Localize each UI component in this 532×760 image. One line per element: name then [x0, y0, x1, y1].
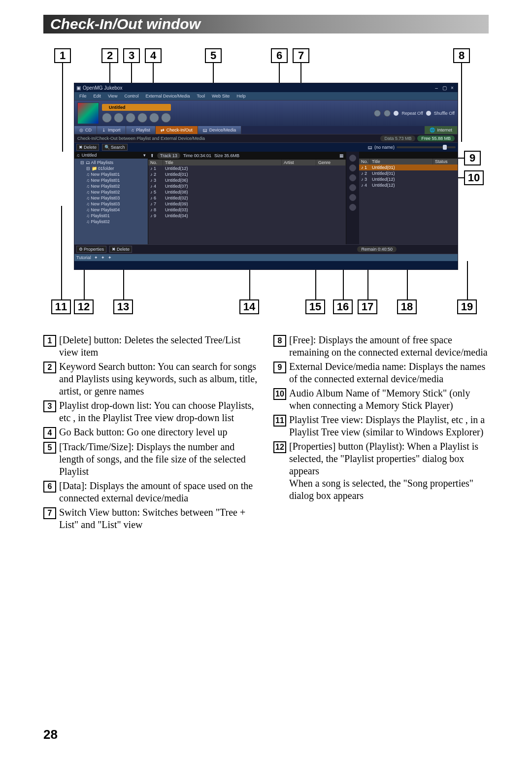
start-transfer-button[interactable] [349, 204, 356, 211]
checkout-all-button[interactable] [349, 174, 356, 181]
delete-icon: ✖ [112, 247, 116, 252]
play-button[interactable] [126, 113, 135, 123]
delete-button[interactable]: ✖Delete [76, 144, 99, 151]
vol-up-button[interactable] [384, 110, 391, 117]
dcol-title[interactable]: Title [370, 159, 433, 165]
stop-button[interactable] [114, 113, 124, 123]
explanation-item: 4Go Back button: Go one directory level … [43, 426, 259, 439]
device-row[interactable]: ♪ 2Untitled(01) [359, 170, 458, 176]
mode-devicemedia[interactable]: 🖴Device/Media [198, 126, 242, 134]
explanations: 1[Delete] button: Deletes the selected T… [43, 334, 489, 533]
callout-5: 5 [205, 48, 222, 63]
list-row[interactable]: ♪ 1Untitled(12) [148, 165, 346, 171]
mode-checkinout[interactable]: ⇄Check-In/Out [156, 126, 198, 134]
tree-item[interactable]: ♫ New Playlist01 [75, 177, 147, 183]
tree-root[interactable]: ⊟ 🗂 All Playlists [75, 160, 147, 165]
dcol-no[interactable]: No. [359, 159, 370, 165]
explanation-number: 2 [43, 362, 56, 373]
explanation-item: 6[Data]: Displays the amount of space us… [43, 480, 259, 504]
menu-tool[interactable]: Tool [194, 93, 208, 99]
repeat-radio[interactable] [394, 111, 399, 116]
titlebar: ▣ OpenMG Jukebox – ▢ × [74, 83, 458, 92]
explanation-item: 1[Delete] button: Deletes the selected T… [43, 334, 259, 359]
stop-transfer-button[interactable] [349, 194, 356, 201]
ffwd-button[interactable] [161, 113, 171, 123]
pause-button[interactable] [137, 113, 147, 123]
tree-item[interactable]: ⊟ 📁 01folder [75, 165, 147, 171]
checkin-button[interactable] [349, 165, 356, 171]
search-button[interactable]: 🔍Search [102, 144, 128, 151]
list-row[interactable]: ♪ 5Untitled(08) [148, 189, 346, 195]
minimize-icon[interactable]: – [433, 85, 440, 91]
switch-view-button[interactable]: ▦ [339, 153, 344, 158]
list-row[interactable]: ♪ 3Untitled(06) [148, 177, 346, 183]
col-artist[interactable]: Artist [282, 160, 316, 165]
shuffle-radio[interactable] [426, 111, 431, 116]
mode-playlist[interactable]: ♫Playlist [126, 126, 156, 134]
tutorial-icon-2[interactable]: ✦ [101, 255, 105, 260]
footer-delete-button[interactable]: ✖Delete [109, 246, 132, 253]
list-row[interactable]: ♪ 8Untitled(03) [148, 207, 346, 213]
checkin-all-button[interactable] [349, 184, 356, 191]
menu-file[interactable]: File [76, 93, 90, 99]
dcol-status[interactable]: Status [433, 159, 458, 165]
capacity-slider[interactable] [397, 146, 456, 148]
vol-down-button[interactable] [374, 110, 381, 117]
device-row[interactable]: ♪ 1Untitled(01) [359, 165, 458, 170]
explanation-text: [Track/Time/Size]: Displays the number a… [59, 441, 259, 478]
list-row[interactable]: ♪ 7Untitled(09) [148, 201, 346, 207]
list-row[interactable]: ♪ 6Untitled(02) [148, 195, 346, 201]
chevron-down-icon[interactable]: ▾ [143, 153, 146, 158]
mode-cd[interactable]: ◎CD [74, 126, 97, 134]
device-row[interactable]: ♪ 3Untitled(12) [359, 176, 458, 182]
menu-external[interactable]: External Device/Media [142, 93, 193, 99]
playlist-icon: ♫ [76, 153, 80, 158]
tree-item[interactable]: ♫ New Playlist02 [75, 189, 147, 195]
tree-item[interactable]: ♫ New Playlist03 [75, 201, 147, 207]
prev-button[interactable] [102, 113, 112, 123]
app-icon: ▣ [76, 85, 81, 91]
menu-website[interactable]: Web Site [209, 93, 233, 99]
tree-item[interactable]: ♫ New Playlist02 [75, 183, 147, 189]
callout-4: 4 [145, 48, 162, 63]
menu-help[interactable]: Help [233, 93, 249, 99]
tutorial-label[interactable]: Tutorial [76, 255, 91, 260]
properties-button[interactable]: ⚙Properties [76, 246, 106, 253]
tree-item[interactable]: ♫ Playlist02 [75, 219, 147, 225]
callout-6: 6 [271, 48, 288, 63]
tutorial-icon-3[interactable]: ✦ [108, 255, 112, 260]
list-row[interactable]: ♪ 9Untitled(04) [148, 213, 346, 219]
gear-icon: ⚙ [79, 247, 83, 252]
menu-control[interactable]: Control [121, 93, 141, 99]
mode-internet[interactable]: 🌐Internet [425, 126, 458, 134]
app-title: OpenMG Jukebox [83, 85, 123, 91]
tutorial-icon-1[interactable]: ✦ [94, 255, 98, 260]
checkout-button[interactable] [349, 155, 356, 162]
tree-item[interactable]: ♫ Playlist01 [75, 213, 147, 219]
explanation-text: External Device/media name: Displays the… [289, 361, 489, 385]
col-no[interactable]: No. [148, 160, 163, 165]
playlist-dropdown[interactable]: Untitled [82, 153, 97, 158]
tree-item[interactable]: ♫ New Playlist01 [75, 171, 147, 177]
list-row[interactable]: ♪ 4Untitled(07) [148, 183, 346, 189]
menu-view[interactable]: View [105, 93, 120, 99]
col-genre[interactable]: Genre [316, 160, 346, 165]
device-row[interactable]: ♪ 4Untitled(12) [359, 182, 458, 188]
go-back-button[interactable]: ⬆ [150, 153, 154, 158]
explanation-text: Playlist drop-down list: You can choose … [59, 399, 259, 424]
list-row[interactable]: ♪ 2Untitled(01) [148, 171, 346, 177]
callout-13: 13 [113, 299, 133, 314]
tree-item[interactable]: ♫ New Playlist04 [75, 207, 147, 213]
album-name-bar[interactable] [359, 152, 458, 159]
next-button[interactable] [149, 113, 159, 123]
size-chip: Size 35.6MB [214, 153, 239, 158]
callout-17: 17 [358, 299, 377, 314]
col-title[interactable]: Title [163, 160, 282, 165]
close-icon[interactable]: × [449, 85, 456, 91]
maximize-icon[interactable]: ▢ [441, 85, 448, 91]
mode-bar: ◎CD ⤓Import ♫Playlist ⇄Check-In/Out 🖴Dev… [74, 126, 458, 134]
callout-3: 3 [123, 48, 140, 63]
menu-edit[interactable]: Edit [91, 93, 104, 99]
mode-import[interactable]: ⤓Import [97, 126, 126, 134]
tree-item[interactable]: ♫ New Playlist03 [75, 195, 147, 201]
